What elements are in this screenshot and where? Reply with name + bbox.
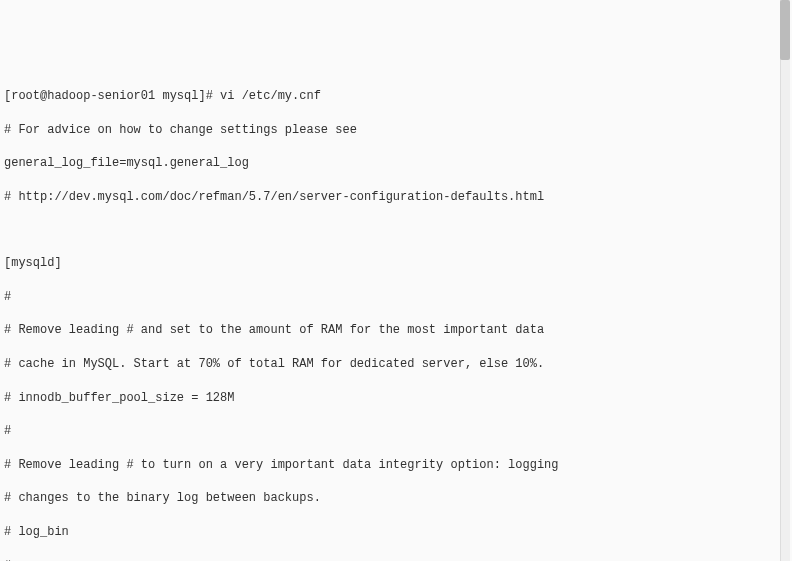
config-section: [mysqld]	[4, 255, 788, 272]
config-line: # log_bin	[4, 524, 788, 541]
config-line: # http://dev.mysql.com/doc/refman/5.7/en…	[4, 189, 788, 206]
config-line: # Remove leading # to turn on a very imp…	[4, 457, 788, 474]
config-line	[4, 222, 788, 238]
scrollbar-track[interactable]	[780, 0, 790, 561]
config-line: general_log_file=mysql.general_log	[4, 155, 788, 172]
config-line: # For advice on how to change settings p…	[4, 122, 788, 139]
config-line: #	[4, 558, 788, 562]
config-line: #	[4, 423, 788, 440]
scrollbar-thumb[interactable]	[780, 0, 790, 60]
config-line: #	[4, 289, 788, 306]
config-line: # cache in MySQL. Start at 70% of total …	[4, 356, 788, 373]
shell-prompt: [root@hadoop-senior01 mysql]# vi /etc/my…	[4, 88, 788, 105]
terminal-output: [root@hadoop-senior01 mysql]# vi /etc/my…	[4, 71, 788, 561]
config-line: # changes to the binary log between back…	[4, 490, 788, 507]
config-line: # innodb_buffer_pool_size = 128M	[4, 390, 788, 407]
config-line: # Remove leading # and set to the amount…	[4, 322, 788, 339]
